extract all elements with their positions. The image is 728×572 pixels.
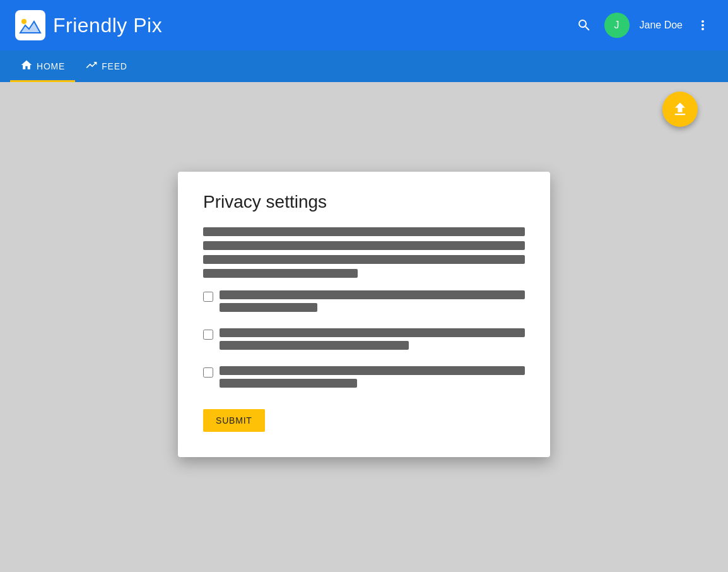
avatar: J (604, 13, 630, 38)
logo-area: Friendly Pix (15, 10, 162, 40)
nav-home-label: HOME (37, 61, 65, 71)
checkbox-item-1 (203, 290, 525, 316)
search-icon (577, 18, 592, 33)
svg-rect-0 (15, 10, 45, 40)
checkbox-item-2 (203, 328, 525, 354)
navbar: HOME FEED (0, 51, 728, 82)
main-content: Privacy settings (0, 82, 728, 572)
cb3-bar-1 (220, 366, 525, 375)
nav-item-home[interactable]: HOME (10, 51, 75, 82)
checkbox-item-3 (203, 366, 525, 391)
checkbox-2[interactable] (203, 330, 213, 340)
privacy-dialog: Privacy settings (178, 172, 550, 457)
desc-bar-1 (203, 227, 525, 236)
submit-button[interactable]: SUBMIT (203, 409, 265, 432)
username: Jane Doe (640, 20, 683, 31)
checkbox-1-content (220, 290, 525, 316)
svg-point-1 (21, 19, 26, 24)
app-title: Friendly Pix (53, 14, 162, 37)
cb2-bar-2 (220, 341, 409, 350)
desc-bar-4 (203, 269, 358, 278)
search-button[interactable] (574, 15, 594, 35)
checkbox-3[interactable] (203, 367, 213, 378)
dialog-title: Privacy settings (203, 192, 525, 212)
header: Friendly Pix J Jane Doe (0, 0, 728, 51)
checkbox-3-content (220, 366, 525, 391)
cb3-bar-2 (220, 379, 357, 388)
description-block (203, 227, 525, 278)
more-options-button[interactable] (693, 15, 713, 35)
more-vert-icon (695, 18, 710, 33)
checkbox-2-content (220, 328, 525, 354)
checkbox-1[interactable] (203, 292, 213, 302)
cb2-bar-1 (220, 328, 525, 337)
feed-icon (85, 59, 98, 74)
home-icon (20, 59, 33, 74)
header-right: J Jane Doe (574, 13, 713, 38)
cb1-bar-2 (220, 303, 317, 312)
home-svg (20, 59, 33, 71)
nav-feed-label: FEED (102, 61, 127, 71)
upload-icon (671, 100, 689, 118)
trending-svg (85, 59, 98, 71)
desc-bar-3 (203, 255, 525, 264)
nav-item-feed[interactable]: FEED (75, 51, 138, 82)
app-logo-icon (15, 10, 45, 40)
desc-bar-2 (203, 241, 525, 250)
upload-fab[interactable] (662, 92, 698, 127)
cb1-bar-1 (220, 290, 525, 299)
